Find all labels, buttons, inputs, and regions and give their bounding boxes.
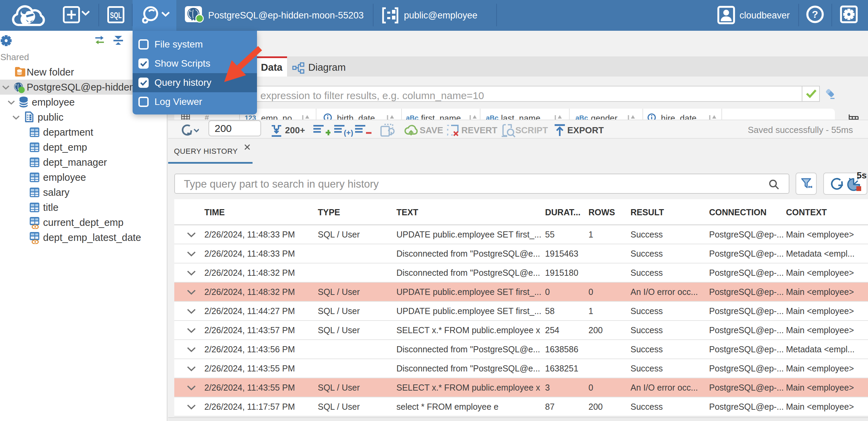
svg-text:SQL: SQL <box>110 11 122 20</box>
svg-text:?: ? <box>812 9 818 20</box>
svg-text:(+): (+) <box>344 128 353 137</box>
